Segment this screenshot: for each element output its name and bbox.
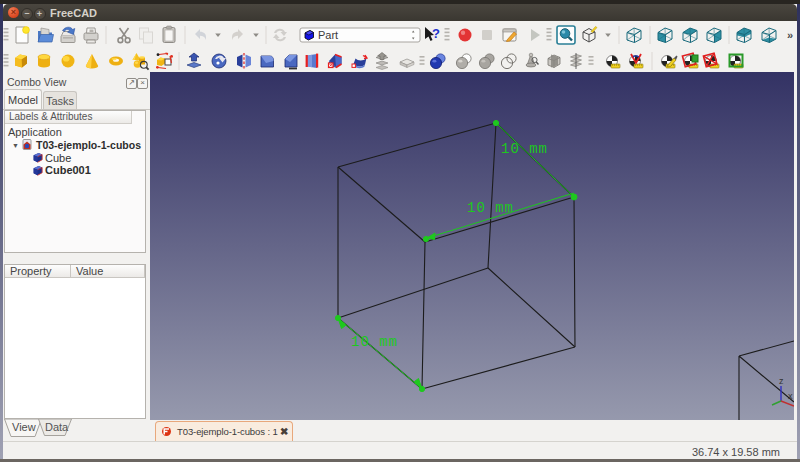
svg-text:?: ?	[432, 26, 440, 41]
svg-text:Part: Part	[318, 29, 338, 41]
svg-text:10 mm: 10 mm	[351, 334, 398, 350]
svg-text:x: x	[788, 391, 793, 401]
svg-text:10 mm: 10 mm	[467, 200, 514, 216]
svg-text:z: z	[779, 376, 784, 386]
svg-text:»: »	[787, 29, 793, 41]
svg-text:10 mm: 10 mm	[501, 141, 548, 157]
